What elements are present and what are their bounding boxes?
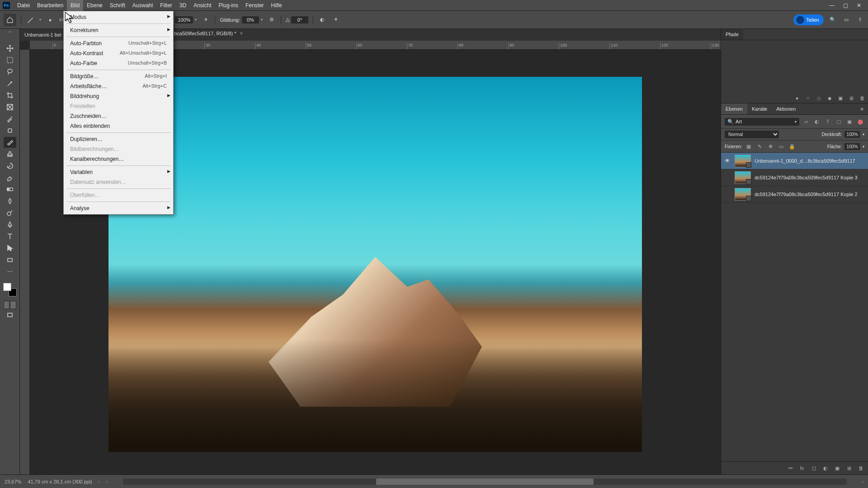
fill-value[interactable]: 100% xyxy=(844,143,860,150)
menu-item-modus[interactable]: Modus▶ xyxy=(64,12,173,22)
marquee-tool[interactable] xyxy=(4,55,16,66)
layer-fx-icon[interactable]: fx xyxy=(798,465,806,472)
tab-ebenen[interactable]: Ebenen xyxy=(721,103,747,114)
blur-tool[interactable] xyxy=(4,196,16,206)
menu-item-auto-kontrast[interactable]: Auto-KontrastAlt+Umschalt+Strg+L xyxy=(64,48,173,58)
blend-mode-select[interactable]: Normal xyxy=(725,131,779,138)
path-workpath-icon[interactable]: ◆ xyxy=(826,95,833,101)
menu-schrift[interactable]: Schrift xyxy=(106,0,129,11)
ruler-vertical[interactable] xyxy=(20,50,30,474)
dots-tool[interactable]: ⋯ xyxy=(4,266,16,277)
lasso-tool[interactable] xyxy=(4,66,16,77)
layer-name[interactable]: Unbenannt-1_0000_d…8c3bca509fec5d9117 xyxy=(755,158,865,164)
delete-layer-icon[interactable]: 🗑 xyxy=(857,465,864,472)
layer-name[interactable]: dc59124e7f79a08c3bca509fec5d9117 Kopie 3 xyxy=(755,175,865,180)
menu-auswahl[interactable]: Auswahl xyxy=(129,0,156,11)
wand-tool[interactable] xyxy=(4,78,16,89)
menu-item-kanalberechnungen[interactable]: Kanalberechnungen… xyxy=(64,154,173,164)
search-icon[interactable]: 🔍 xyxy=(828,15,837,24)
panel-menu-icon[interactable]: ≡ xyxy=(856,103,868,114)
frame-tool[interactable] xyxy=(4,102,16,113)
screen-mode[interactable] xyxy=(4,310,16,320)
menu-filter[interactable]: Filter xyxy=(156,0,176,11)
pen-tool[interactable] xyxy=(4,219,16,230)
artboard[interactable] xyxy=(108,77,642,452)
layer-row[interactable]: 👁Unbenannt-1_0000_d…8c3bca509fec5d9117 xyxy=(721,153,868,169)
visibility-toggle[interactable]: 👁 xyxy=(724,158,731,164)
tab-kanäle[interactable]: Kanäle xyxy=(747,103,772,114)
filter-adjust-icon[interactable]: ◐ xyxy=(813,117,821,126)
delete-path-icon[interactable]: 🗑 xyxy=(859,95,865,101)
maximize-button[interactable]: ▢ xyxy=(843,3,848,8)
zoom-level[interactable]: 23,67% xyxy=(5,479,21,484)
healing-tool[interactable] xyxy=(4,125,16,136)
layer-mask-icon[interactable]: ◻ xyxy=(810,465,817,472)
path-select-tool[interactable] xyxy=(4,243,16,253)
layer-thumbnail[interactable] xyxy=(735,188,751,201)
tab-aktionen[interactable]: Aktionen xyxy=(772,103,800,114)
layer-row[interactable]: dc59124e7f79a08c3bca509fec5d9117 Kopie 3 xyxy=(721,169,868,186)
color-swatches[interactable] xyxy=(3,283,17,296)
path-selection-icon[interactable]: ◇ xyxy=(816,95,822,101)
group-icon[interactable]: ▣ xyxy=(834,465,841,472)
menu-3d[interactable]: 3D xyxy=(176,0,190,11)
smoothing-value[interactable]: 0% xyxy=(242,16,259,23)
path-fill-icon[interactable]: ● xyxy=(794,95,800,101)
toolbox-collapse[interactable]: « xyxy=(5,30,14,34)
new-layer-icon[interactable]: ⊞ xyxy=(845,465,853,472)
filter-type-icon[interactable]: T xyxy=(824,117,832,126)
layer-thumbnail[interactable] xyxy=(735,155,751,167)
menu-item-arbeitsfläche[interactable]: Arbeitsfläche…Alt+Strg+C xyxy=(64,81,173,91)
lock-position-icon[interactable]: ✎ xyxy=(755,142,764,150)
link-layers-icon[interactable]: ⚯ xyxy=(787,465,794,472)
path-mask-icon[interactable]: ▣ xyxy=(837,95,844,101)
h-scrollbar[interactable] xyxy=(123,479,847,485)
menu-bild[interactable]: Bild xyxy=(67,0,83,11)
share-export-icon[interactable]: ⇪ xyxy=(855,15,864,24)
filter-smart-icon[interactable]: ▣ xyxy=(845,117,854,126)
menu-ebene[interactable]: Ebene xyxy=(83,0,106,11)
crop-tool[interactable] xyxy=(4,90,16,101)
menu-ansicht[interactable]: Ansicht xyxy=(190,0,215,11)
close-button[interactable]: ✕ xyxy=(856,3,862,8)
opacity-value[interactable]: 100% xyxy=(844,131,860,138)
brush-tool-icon[interactable] xyxy=(26,15,35,24)
menu-item-auto-farbe[interactable]: Auto-FarbeUmschalt+Strg+B xyxy=(64,58,173,68)
shape-tool[interactable] xyxy=(4,254,16,265)
airbrush-icon[interactable]: ✈ xyxy=(201,15,210,24)
brush-tool[interactable] xyxy=(4,137,16,148)
filter-image-icon[interactable]: ▱ xyxy=(802,117,810,126)
type-tool[interactable] xyxy=(4,231,16,242)
menu-bearbeiten[interactable]: Bearbeiten xyxy=(33,0,67,11)
menu-hilfe[interactable]: Hilfe xyxy=(268,0,286,11)
bild-menu-dropdown[interactable]: Modus▶Korrekturen▶Auto-FarbtonUmschalt+S… xyxy=(63,11,174,215)
lock-artboard-icon[interactable]: ▭ xyxy=(777,142,785,150)
menu-item-analyse[interactable]: Analyse▶ xyxy=(64,203,173,213)
quick-mask[interactable] xyxy=(4,301,16,309)
menu-item-korrekturen[interactable]: Korrekturen▶ xyxy=(64,25,173,35)
layer-row[interactable]: dc59124e7f79a08c3bca509fec5d9117 Kopie 2 xyxy=(721,186,868,203)
angle-value[interactable]: 0° xyxy=(291,16,308,23)
filter-toggle-icon[interactable]: ⬤ xyxy=(856,117,864,126)
menu-fenster[interactable]: Fenster xyxy=(242,0,268,11)
menu-item-bilddrehung[interactable]: Bilddrehung▶ xyxy=(64,91,173,101)
menu-item-alleseinblenden[interactable]: Alles einblenden xyxy=(64,121,173,131)
workspace-icon[interactable]: ▭ xyxy=(842,15,851,24)
layer-filter-dropdown[interactable]: 🔍 Art ▾ xyxy=(725,118,799,126)
paths-tab[interactable]: Pfade xyxy=(721,29,743,40)
path-stroke-icon[interactable]: ○ xyxy=(805,95,811,101)
new-path-icon[interactable]: ⊞ xyxy=(848,95,854,101)
dodge-tool[interactable] xyxy=(4,207,16,218)
menu-item-variablen[interactable]: Variablen▶ xyxy=(64,167,173,177)
menu-item-auto-farbton[interactable]: Auto-FarbtonUmschalt+Strg+L xyxy=(64,38,173,48)
lock-move-icon[interactable]: ✥ xyxy=(766,142,774,150)
menu-datei[interactable]: Datei xyxy=(14,0,33,11)
home-button[interactable] xyxy=(4,14,16,26)
brush-preview[interactable]: ● xyxy=(46,15,55,24)
menu-item-zuschneiden[interactable]: Zuschneiden… xyxy=(64,111,173,121)
minimize-button[interactable]: — xyxy=(829,3,835,8)
menu-plug-ins[interactable]: Plug-ins xyxy=(215,0,242,11)
menu-item-duplizieren[interactable]: Duplizieren… xyxy=(64,134,173,144)
share-button[interactable]: Teilen xyxy=(793,14,824,25)
eraser-tool[interactable] xyxy=(4,172,16,183)
